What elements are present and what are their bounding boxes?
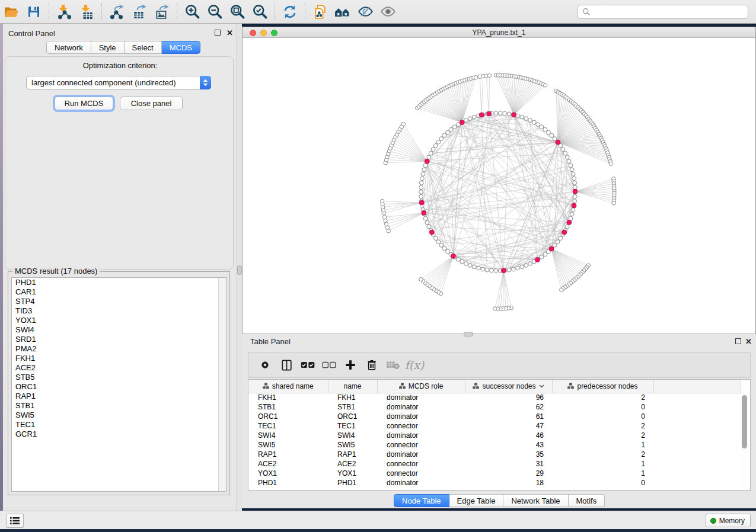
table-row[interactable]: YOX1YOX1connector291	[248, 469, 741, 478]
table-row[interactable]: TEC1TEC1connector472	[248, 421, 741, 431]
network-canvas[interactable]	[243, 39, 755, 334]
column-header-predecessor-nodes[interactable]: predecessor nodes	[552, 380, 653, 393]
search-field[interactable]	[578, 5, 748, 19]
mcds-result-item[interactable]: RAP1	[12, 392, 226, 401]
zoom-in-button[interactable]	[182, 2, 202, 22]
network-graph[interactable]	[243, 39, 755, 334]
table-row[interactable]: RAP1RAP1dominator352	[248, 450, 741, 459]
table-row[interactable]: ORC1ORC1dominator610	[248, 412, 741, 421]
close-panel-icon[interactable]: ✕	[227, 30, 233, 36]
toolbar-separator	[49, 4, 49, 20]
optimization-criterion-select[interactable]: largest connected component (undirected)	[26, 76, 211, 89]
close-table-panel-icon[interactable]: ✕	[745, 339, 752, 345]
mcds-result-item[interactable]: TEC1	[12, 420, 226, 430]
memory-button[interactable]: Memory	[706, 514, 751, 527]
vertical-splitter[interactable]	[237, 24, 242, 511]
table-toolbar: f(x)	[248, 352, 751, 378]
column-header-name[interactable]: name	[328, 380, 377, 393]
mcds-result-item[interactable]: SWI4	[12, 325, 226, 335]
tab-select[interactable]: Select	[125, 41, 162, 54]
run-mcds-button[interactable]: Run MCDS	[55, 97, 113, 110]
mcds-result-item[interactable]: PMA2	[12, 344, 226, 354]
delete-table-icon	[386, 360, 400, 370]
table-row[interactable]: PHD1PHD1dominator180	[248, 478, 741, 488]
mcds-result-item[interactable]: STB5	[12, 373, 226, 382]
copy-network-button[interactable]	[310, 2, 330, 22]
task-history-button[interactable]	[6, 514, 24, 528]
add-column-button[interactable]	[340, 356, 361, 374]
show-all-button[interactable]	[378, 2, 398, 22]
tab-network-table[interactable]: Network Table	[503, 494, 568, 507]
mcds-result-item[interactable]: FKH1	[12, 354, 226, 363]
select-all-button[interactable]	[297, 356, 318, 374]
mcds-result-item[interactable]: GCR1	[12, 430, 226, 439]
mcds-result-item[interactable]: SWI5	[12, 411, 226, 420]
first-neighbors-button[interactable]	[333, 2, 353, 22]
zoom-out-button[interactable]	[205, 2, 225, 22]
delete-column-button[interactable]	[361, 356, 382, 374]
columns-icon	[280, 359, 293, 371]
tab-network[interactable]: Network	[46, 41, 91, 54]
table-settings-button[interactable]	[254, 356, 276, 374]
copy-network-icon	[312, 4, 328, 20]
mcds-result-list[interactable]: PHD1 CAR1 STP4 TID3 YOX1 SWI4 SRD1 PMA2 …	[11, 277, 227, 492]
import-network-button[interactable]	[54, 2, 74, 22]
table-row[interactable]: SWI5SWI5connector431	[248, 440, 741, 450]
mcds-result-item[interactable]: ORC1	[12, 382, 226, 392]
splitter-grip[interactable]	[237, 265, 242, 275]
column-header-shared-name[interactable]: shared name	[248, 380, 328, 393]
table-row[interactable]: SWI4SWI4dominator462	[248, 431, 741, 440]
hierarchy-icon	[263, 383, 269, 389]
open-file-button[interactable]	[1, 2, 21, 22]
deselect-all-button[interactable]	[318, 356, 340, 374]
close-mcds-panel-button[interactable]: Close panel	[120, 97, 183, 110]
tab-motifs[interactable]: Motifs	[569, 494, 605, 507]
export-network-button[interactable]	[107, 2, 127, 22]
tab-node-table[interactable]: Node Table	[394, 494, 449, 507]
mcds-result-item[interactable]: ACE2	[12, 363, 226, 373]
delete-table-button[interactable]	[382, 356, 404, 374]
mcds-result-item[interactable]: CAR1	[12, 287, 226, 297]
save-session-button[interactable]	[24, 2, 44, 22]
mcds-result-item[interactable]: SRD1	[12, 335, 226, 344]
refresh-layout-button[interactable]	[280, 2, 300, 22]
mcds-result-group: MCDS result (17 nodes) PHD1 CAR1 STP4 TI…	[8, 271, 230, 495]
export-table-button[interactable]	[129, 2, 149, 22]
table-header-row: shared name name MCDS role successor nod…	[248, 380, 741, 393]
table-scrollbar-thumb[interactable]	[742, 395, 747, 448]
network-view-window: YPA_prune.txt_1	[242, 27, 756, 334]
column-header-mcds-role[interactable]: MCDS role	[377, 380, 465, 393]
import-table-button[interactable]	[76, 2, 97, 22]
mcds-list-scrollbar[interactable]	[218, 278, 226, 491]
main-toolbar	[0, 0, 756, 24]
show-column-button[interactable]	[276, 356, 297, 374]
table-scrollbar[interactable]	[741, 394, 748, 489]
horizontal-splitter-grip[interactable]	[464, 332, 473, 336]
application-window: Control Panel ✕ Network Style Select MCD…	[0, 0, 756, 532]
toolbar-separator	[275, 4, 275, 20]
tab-mcds[interactable]: MCDS	[162, 41, 200, 54]
export-image-button[interactable]	[152, 2, 172, 22]
column-header-successor-nodes[interactable]: successor nodes	[465, 380, 552, 393]
zoom-fit-button[interactable]	[227, 2, 247, 22]
export-table-icon	[132, 4, 147, 20]
tab-edge-table[interactable]: Edge Table	[449, 494, 504, 507]
search-input[interactable]	[591, 6, 748, 18]
mcds-result-item[interactable]: STP4	[12, 297, 226, 306]
table-panel: Table Panel ✕	[242, 334, 756, 508]
column-header-filler	[653, 380, 741, 393]
tab-style[interactable]: Style	[91, 41, 125, 54]
function-builder-button[interactable]: f(x)	[404, 356, 425, 374]
hide-selected-button[interactable]	[355, 2, 375, 22]
mcds-result-item[interactable]: TID3	[12, 306, 226, 316]
table-row[interactable]: STB1STB1dominator620	[248, 402, 741, 412]
table-row[interactable]: FKH1FKH1dominator962	[248, 393, 741, 402]
network-window-titlebar[interactable]: YPA_prune.txt_1	[243, 27, 755, 38]
mcds-result-item[interactable]: STB1	[12, 401, 226, 411]
table-row[interactable]: ACE2ACE2connector311	[248, 459, 741, 469]
float-table-panel-icon[interactable]	[735, 338, 741, 344]
mcds-result-item[interactable]: PHD1	[12, 278, 226, 287]
mcds-result-item[interactable]: YOX1	[12, 316, 226, 325]
zoom-selected-button[interactable]	[250, 2, 270, 22]
float-panel-icon[interactable]	[215, 30, 221, 36]
